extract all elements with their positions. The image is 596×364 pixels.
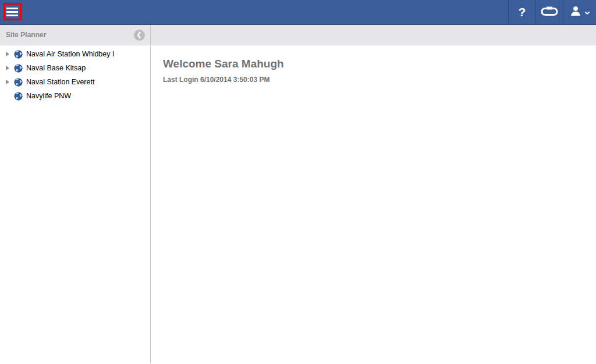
globe-icon — [14, 63, 23, 73]
welcome-heading: Welcome Sara Mahugh — [163, 58, 596, 70]
expand-arrow-icon[interactable] — [5, 66, 14, 70]
tree-item[interactable]: Naval Air Station Whidbey I — [0, 47, 150, 61]
expand-arrow-icon[interactable] — [5, 52, 14, 56]
sidebar-collapse-button[interactable]: ❮ — [134, 30, 145, 41]
top-navigation-bar: ? — [0, 0, 596, 25]
chevron-down-icon — [584, 7, 590, 17]
hamburger-icon — [6, 8, 18, 16]
tree-item-label: Naval Air Station Whidbey I — [26, 50, 114, 58]
globe-icon — [14, 77, 23, 87]
person-icon — [570, 5, 581, 19]
phone-handset-icon — [541, 6, 558, 19]
phone-button[interactable] — [535, 0, 563, 24]
sidebar-title: Site Planner — [6, 31, 46, 39]
tree-item-label: Naval Base Kitsap — [26, 64, 86, 72]
globe-icon — [14, 49, 23, 59]
site-tree-panel: Naval Air Station Whidbey I Naval Base K… — [0, 45, 151, 363]
last-login-text: Last Login 6/10/2014 3:50:03 PM — [163, 76, 596, 84]
expand-arrow-icon[interactable] — [5, 80, 14, 84]
sidebar-header: Site Planner ❮ — [0, 25, 151, 45]
tree-item-label: Naval Station Everett — [26, 78, 94, 86]
main-content: Welcome Sara Mahugh Last Login 6/10/2014… — [151, 45, 596, 363]
globe-icon — [14, 91, 23, 101]
menu-button[interactable] — [0, 0, 28, 24]
chevron-left-icon: ❮ — [137, 32, 141, 38]
tree-item[interactable]: Navylife PNW — [0, 89, 150, 103]
tree-item[interactable]: Naval Base Kitsap — [0, 61, 150, 75]
help-button[interactable]: ? — [508, 0, 535, 24]
content-area: Naval Air Station Whidbey I Naval Base K… — [0, 45, 596, 363]
content-header — [151, 25, 596, 45]
user-menu-button[interactable] — [563, 0, 596, 24]
question-mark-icon: ? — [519, 6, 526, 18]
app-window: ? — [0, 0, 596, 364]
header-band: Site Planner ❮ — [0, 25, 596, 45]
tree-item-label: Navylife PNW — [26, 92, 71, 100]
topbar-actions: ? — [508, 0, 596, 24]
tree-item[interactable]: Naval Station Everett — [0, 75, 150, 89]
